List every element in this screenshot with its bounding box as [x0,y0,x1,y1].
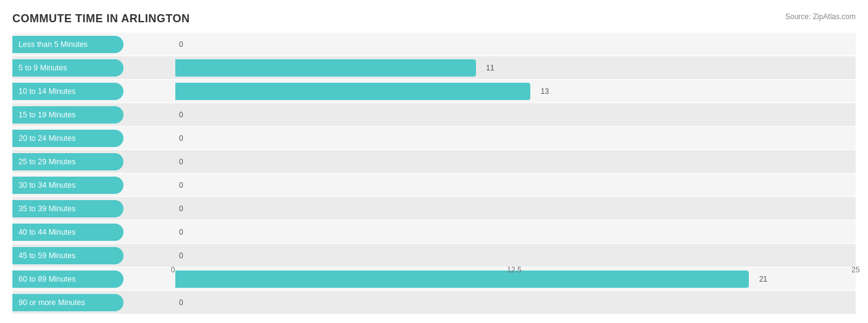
label-pill: 35 to 39 Minutes [12,200,123,217]
bar-value-zero: 0 [179,298,183,307]
label-pill: 25 to 29 Minutes [12,153,123,170]
bar-label: 30 to 34 Minutes [12,174,173,196]
label-pill: Less than 5 Minutes [12,36,123,53]
bar-row: 90 or more Minutes0 [12,291,856,314]
bar-label: 40 to 44 Minutes [12,220,173,243]
bar-row: 25 to 29 Minutes0 [12,150,856,173]
chart-source: Source: ZipAtlas.com [785,12,856,21]
chart-body: Less than 5 Minutes05 to 9 Minutes1110 t… [12,33,856,282]
bar-value-zero: 0 [179,111,183,119]
bar-row: 35 to 39 Minutes0 [12,197,856,220]
label-pill: 60 to 89 Minutes [12,271,123,288]
x-tick: 0 [171,266,175,274]
bar-value-zero: 0 [179,134,183,143]
bar-track: 0 [173,150,856,173]
bar-row: 5 to 9 Minutes11 [12,56,856,79]
chart-container: COMMUTE TIME IN ARLINGTON Source: ZipAtl… [0,0,868,323]
bar-track: 0 [173,291,856,314]
bar-value-label: 11 [486,64,494,72]
bar-track: 0 [173,174,856,196]
label-pill: 30 to 34 Minutes [12,177,123,194]
bar-track: 0 [173,220,856,243]
bar-label: 60 to 89 Minutes [12,267,173,290]
bar-value-zero: 0 [179,228,183,237]
chart-header: COMMUTE TIME IN ARLINGTON Source: ZipAtl… [12,12,856,25]
bar-track: 13 [173,80,856,103]
label-pill: 90 or more Minutes [12,294,123,311]
bar-value-zero: 0 [179,157,183,166]
bar-value-zero: 0 [179,204,183,213]
bar-label: 45 to 59 Minutes [12,244,173,267]
bar-value-zero: 0 [179,181,183,190]
bar-fill: 11 [175,59,476,77]
label-pill: 40 to 44 Minutes [12,224,123,241]
bar-row: 15 to 19 Minutes0 [12,103,856,126]
bar-label: 10 to 14 Minutes [12,80,173,103]
bar-label: 20 to 24 Minutes [12,127,173,149]
x-tick: 12.5 [507,266,521,274]
bar-track: 0 [173,127,856,149]
bar-label: 35 to 39 Minutes [12,197,173,220]
bar-label: 25 to 29 Minutes [12,150,173,173]
bar-label: 90 or more Minutes [12,291,173,314]
bar-label: 15 to 19 Minutes [12,103,173,126]
label-pill: 20 to 24 Minutes [12,130,123,147]
bar-fill: 13 [175,83,530,100]
bar-value-zero: 0 [179,40,183,49]
label-pill: 45 to 59 Minutes [12,247,123,264]
bar-row: 10 to 14 Minutes13 [12,80,856,103]
bar-row: 20 to 24 Minutes0 [12,127,856,149]
bar-row: 30 to 34 Minutes0 [12,174,856,196]
bar-track: 0 [173,33,856,56]
bar-value-label: 13 [541,87,549,96]
bar-row: 40 to 44 Minutes0 [12,220,856,243]
x-tick: 25 [851,266,859,274]
x-axis: 012.525 [173,263,856,282]
bar-track: 11 [173,56,856,79]
label-pill: 5 to 9 Minutes [12,59,123,77]
bar-track: 0 [173,103,856,126]
bar-track: 0 [173,197,856,220]
bar-label: Less than 5 Minutes [12,33,173,56]
label-pill: 15 to 19 Minutes [12,106,123,124]
bar-row: Less than 5 Minutes0 [12,33,856,56]
chart-title: COMMUTE TIME IN ARLINGTON [12,12,190,25]
bar-value-zero: 0 [179,251,183,260]
label-pill: 10 to 14 Minutes [12,83,123,100]
bar-label: 5 to 9 Minutes [12,56,173,79]
bars-area: Less than 5 Minutes05 to 9 Minutes1110 t… [12,33,856,263]
